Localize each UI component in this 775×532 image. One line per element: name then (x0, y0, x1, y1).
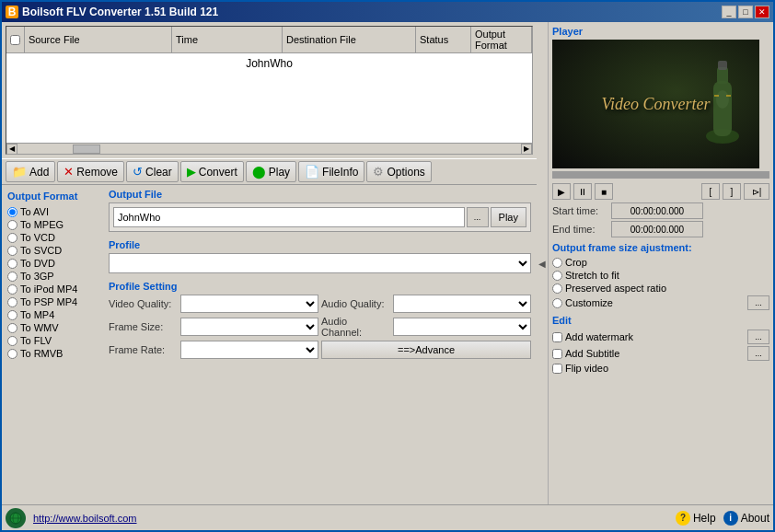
add-button[interactable]: 📁 Add (6, 161, 55, 182)
format-radio-flv[interactable] (7, 336, 17, 346)
fileinfo-button[interactable]: 📄 FileInfo (298, 161, 364, 182)
output-settings-panel: Output File ... Play Profile (105, 187, 535, 503)
format-option-dvd[interactable]: To DVD (7, 257, 101, 270)
format-option-psp[interactable]: To PSP MP4 (7, 295, 101, 308)
frame-option-customize[interactable]: Customize... (552, 295, 769, 311)
format-option-mpeg[interactable]: To MPEG (7, 218, 101, 231)
frame-option-preserved[interactable]: Preserved aspect ratio (552, 282, 769, 295)
format-option-rmvb[interactable]: To RMVB (7, 347, 101, 360)
play-control-button[interactable]: ▶ (552, 183, 571, 200)
scrollbar-thumb[interactable] (73, 145, 100, 154)
video-quality-label: Video Quality: (109, 298, 178, 309)
video-quality-select[interactable] (180, 295, 318, 313)
format-radio-mp4[interactable] (7, 310, 17, 320)
format-radio-vcd[interactable] (7, 233, 17, 243)
frame-radio-crop[interactable] (552, 258, 562, 268)
help-button[interactable]: ? Help (676, 511, 716, 526)
edit-option-watermark[interactable]: Add watermark... (552, 329, 769, 345)
convert-button[interactable]: ▶ Convert (180, 161, 244, 182)
frame-radio-preserved[interactable] (552, 283, 562, 294)
output-file-row: ... Play (113, 207, 526, 227)
svg-rect-6 (726, 95, 731, 97)
frame-rate-select[interactable] (180, 341, 318, 359)
profile-section: Profile (109, 239, 531, 273)
audio-quality-row: Audio Quality: (321, 295, 531, 313)
close-button[interactable]: ✕ (755, 6, 769, 18)
about-icon: i (723, 511, 738, 526)
clear-button[interactable]: ↺ Clear (126, 161, 179, 182)
source-col-header: Source File (25, 27, 172, 52)
audio-quality-select[interactable] (393, 295, 531, 313)
edit-checkbox-subtitle[interactable] (552, 349, 562, 359)
pause-control-button[interactable]: ⏸ (573, 183, 592, 200)
horizontal-scrollbar[interactable]: ◀ ▶ (6, 143, 532, 154)
format-radio-psp[interactable] (7, 297, 17, 307)
format-radio-wmv[interactable] (7, 323, 17, 333)
scroll-right-arrow[interactable]: ▶ (521, 144, 532, 155)
right-panel: Player Video Converter (548, 22, 773, 504)
earth-icon (9, 512, 22, 525)
app-status-icon (6, 508, 26, 528)
profile-select[interactable] (109, 253, 531, 273)
edit-checkbox-watermark[interactable] (552, 332, 562, 342)
status-col-header: Status (416, 27, 471, 52)
frame-radio-stretch[interactable] (552, 271, 562, 281)
svg-rect-3 (718, 61, 727, 70)
edit-option-subtitle[interactable]: Add Subtitle... (552, 345, 769, 362)
minimize-button[interactable]: _ (722, 6, 736, 18)
play-button[interactable]: ⬤ Play (246, 161, 296, 182)
format-option-3gp[interactable]: To 3GP (7, 270, 101, 283)
remove-button[interactable]: ✕ Remove (57, 161, 124, 182)
scroll-left-arrow[interactable]: ◀ (6, 144, 17, 155)
status-url[interactable]: http://www.boilsoft.com (33, 513, 137, 524)
customize-btn[interactable]: ... (747, 295, 769, 310)
output-format-panel: Output Format To AVITo MPEGTo VCDTo SVCD… (4, 187, 105, 503)
skip-button[interactable]: ⊳| (744, 183, 769, 200)
maximize-button[interactable]: □ (738, 6, 753, 18)
frame-radio-customize[interactable] (552, 298, 562, 308)
edit-checkbox-flip[interactable] (552, 364, 562, 374)
bracket-open-button[interactable]: [ (701, 183, 720, 200)
player-progress-bar[interactable] (552, 171, 769, 179)
panel-collapse-arrow[interactable]: ◀ (538, 259, 547, 269)
format-radio-rmvb[interactable] (7, 349, 17, 359)
frame-option-crop[interactable]: Crop (552, 256, 769, 269)
format-option-flv[interactable]: To FLV (7, 334, 101, 347)
end-time-input[interactable] (611, 221, 703, 237)
format-option-vcd[interactable]: To VCD (7, 231, 101, 244)
stop-control-button[interactable]: ■ (595, 183, 613, 200)
options-button[interactable]: ⚙ Options (366, 161, 431, 182)
edit-btn-watermark[interactable]: ... (747, 330, 769, 344)
format-option-svcd[interactable]: To SVCD (7, 244, 101, 257)
format-option-avi[interactable]: To AVI (7, 205, 101, 218)
advance-button[interactable]: ==>Advance (321, 341, 531, 359)
format-radio-ipod[interactable] (7, 284, 17, 295)
audio-channel-select[interactable] (393, 318, 531, 336)
format-option-mp4[interactable]: To MP4 (7, 308, 101, 321)
output-file-input[interactable] (113, 207, 465, 227)
profile-setting-title: Profile Setting (109, 281, 531, 292)
format-col-header: Output Format (471, 27, 532, 52)
start-time-input[interactable] (611, 202, 703, 219)
about-button[interactable]: i About (723, 511, 769, 526)
select-all-checkbox[interactable] (10, 35, 20, 45)
format-radio-svcd[interactable] (7, 246, 17, 256)
frame-size-select[interactable] (180, 318, 318, 336)
format-option-ipod[interactable]: To iPod MP4 (7, 283, 101, 295)
format-radio-dvd[interactable] (7, 259, 17, 269)
edit-option-flip[interactable]: Flip video (552, 362, 769, 375)
table-body: JohnWho (6, 53, 532, 143)
format-radio-mpeg[interactable] (7, 220, 17, 230)
edit-btn-subtitle[interactable]: ... (747, 346, 769, 361)
format-option-wmv[interactable]: To WMV (7, 321, 101, 334)
checkbox-col-header (6, 27, 25, 52)
advance-btn-cell: ==>Advance (321, 341, 531, 359)
output-play-button[interactable]: Play (491, 207, 526, 227)
format-radio-avi[interactable] (7, 207, 17, 217)
status-bar: http://www.boilsoft.com ? Help i About (2, 504, 773, 530)
audio-quality-label: Audio Quality: (321, 298, 390, 309)
format-radio-3gp[interactable] (7, 272, 17, 282)
bracket-close-button[interactable]: ] (723, 183, 741, 200)
browse-button[interactable]: ... (467, 207, 489, 227)
frame-option-stretch[interactable]: Stretch to fit (552, 269, 769, 282)
